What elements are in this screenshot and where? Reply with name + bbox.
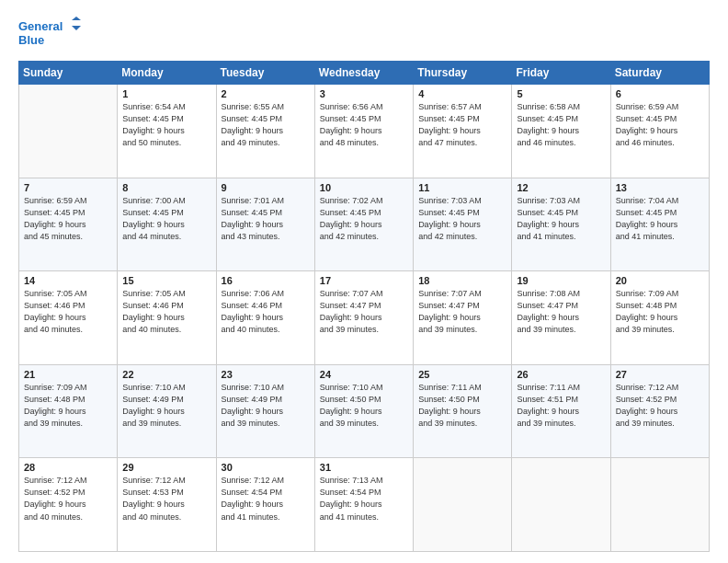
day-cell-4: 4Sunrise: 6:57 AM Sunset: 4:45 PM Daylig… [414,85,512,178]
day-cell-18: 18Sunrise: 7:07 AM Sunset: 4:47 PM Dayli… [414,271,512,365]
calendar-header-row: SundayMondayTuesdayWednesdayThursdayFrid… [19,62,710,85]
day-info: Sunrise: 7:09 AM Sunset: 4:48 PM Dayligh… [616,288,704,336]
day-cell-25: 25Sunrise: 7:11 AM Sunset: 4:50 PM Dayli… [414,364,512,458]
day-number: 24 [320,369,408,380]
day-info: Sunrise: 7:12 AM Sunset: 4:53 PM Dayligh… [122,475,210,523]
day-number: 13 [616,182,704,193]
day-cell-9: 9Sunrise: 7:01 AM Sunset: 4:45 PM Daylig… [216,178,314,271]
day-info: Sunrise: 7:13 AM Sunset: 4:54 PM Dayligh… [320,475,408,523]
day-info: Sunrise: 7:01 AM Sunset: 4:45 PM Dayligh… [222,195,310,243]
day-number: 11 [418,182,506,193]
day-info: Sunrise: 7:08 AM Sunset: 4:47 PM Dayligh… [517,288,605,336]
day-info: Sunrise: 6:56 AM Sunset: 4:45 PM Dayligh… [320,101,408,149]
day-info: Sunrise: 7:04 AM Sunset: 4:45 PM Dayligh… [616,195,704,243]
day-info: Sunrise: 7:10 AM Sunset: 4:49 PM Dayligh… [122,382,210,430]
day-number: 28 [24,462,112,473]
day-info: Sunrise: 7:07 AM Sunset: 4:47 PM Dayligh… [418,288,506,336]
day-cell-2: 2Sunrise: 6:55 AM Sunset: 4:45 PM Daylig… [216,85,314,178]
day-cell-24: 24Sunrise: 7:10 AM Sunset: 4:50 PM Dayli… [314,364,413,458]
day-cell-8: 8Sunrise: 7:00 AM Sunset: 4:45 PM Daylig… [118,178,216,271]
day-number: 30 [222,462,310,473]
day-number: 18 [418,275,506,286]
page: General Blue SundayMondayTuesdayWednesda… [0,0,728,563]
logo-svg: General Blue [18,17,83,52]
day-number: 2 [222,88,310,99]
day-number: 16 [222,275,310,286]
day-cell-10: 10Sunrise: 7:02 AM Sunset: 4:45 PM Dayli… [314,178,413,271]
day-cell-20: 20Sunrise: 7:09 AM Sunset: 4:48 PM Dayli… [610,271,709,365]
day-number: 25 [418,369,506,380]
empty-cell [414,458,512,552]
day-info: Sunrise: 6:55 AM Sunset: 4:45 PM Dayligh… [222,101,310,149]
day-info: Sunrise: 7:10 AM Sunset: 4:50 PM Dayligh… [320,382,408,430]
day-number: 21 [24,369,112,380]
day-info: Sunrise: 7:12 AM Sunset: 4:52 PM Dayligh… [24,475,112,523]
svg-text:Blue: Blue [18,33,44,47]
day-of-week-tuesday: Tuesday [216,62,314,85]
day-of-week-wednesday: Wednesday [314,62,413,85]
day-info: Sunrise: 7:05 AM Sunset: 4:46 PM Dayligh… [24,288,112,336]
day-cell-23: 23Sunrise: 7:10 AM Sunset: 4:49 PM Dayli… [216,364,314,458]
day-info: Sunrise: 7:12 AM Sunset: 4:52 PM Dayligh… [616,382,704,430]
day-cell-16: 16Sunrise: 7:06 AM Sunset: 4:46 PM Dayli… [216,271,314,365]
day-info: Sunrise: 7:12 AM Sunset: 4:54 PM Dayligh… [222,475,310,523]
day-info: Sunrise: 6:57 AM Sunset: 4:45 PM Dayligh… [418,101,506,149]
day-info: Sunrise: 7:10 AM Sunset: 4:49 PM Dayligh… [222,382,310,430]
day-info: Sunrise: 7:09 AM Sunset: 4:48 PM Dayligh… [24,382,112,430]
week-row-4: 21Sunrise: 7:09 AM Sunset: 4:48 PM Dayli… [19,364,710,458]
day-number: 12 [517,182,605,193]
day-info: Sunrise: 7:05 AM Sunset: 4:46 PM Dayligh… [122,288,210,336]
day-number: 23 [222,369,310,380]
day-info: Sunrise: 7:11 AM Sunset: 4:51 PM Dayligh… [517,382,605,430]
day-number: 22 [122,369,210,380]
day-info: Sunrise: 7:03 AM Sunset: 4:45 PM Dayligh… [418,195,506,243]
day-cell-7: 7Sunrise: 6:59 AM Sunset: 4:45 PM Daylig… [19,178,118,271]
day-number: 31 [320,462,408,473]
day-info: Sunrise: 7:06 AM Sunset: 4:46 PM Dayligh… [222,288,310,336]
day-cell-5: 5Sunrise: 6:58 AM Sunset: 4:45 PM Daylig… [512,85,610,178]
day-info: Sunrise: 7:11 AM Sunset: 4:50 PM Dayligh… [418,382,506,430]
week-row-1: 1Sunrise: 6:54 AM Sunset: 4:45 PM Daylig… [19,85,710,178]
day-number: 17 [320,275,408,286]
day-cell-31: 31Sunrise: 7:13 AM Sunset: 4:54 PM Dayli… [314,458,413,552]
day-number: 6 [616,88,704,99]
day-number: 15 [122,275,210,286]
day-number: 4 [418,88,506,99]
day-info: Sunrise: 7:00 AM Sunset: 4:45 PM Dayligh… [122,195,210,243]
day-info: Sunrise: 7:03 AM Sunset: 4:45 PM Dayligh… [517,195,605,243]
day-cell-19: 19Sunrise: 7:08 AM Sunset: 4:47 PM Dayli… [512,271,610,365]
day-info: Sunrise: 6:58 AM Sunset: 4:45 PM Dayligh… [517,101,605,149]
day-number: 27 [616,369,704,380]
week-row-5: 28Sunrise: 7:12 AM Sunset: 4:52 PM Dayli… [19,458,710,552]
day-info: Sunrise: 6:54 AM Sunset: 4:45 PM Dayligh… [122,101,210,149]
day-number: 3 [320,88,408,99]
day-number: 14 [24,275,112,286]
day-number: 26 [517,369,605,380]
logo: General Blue [18,17,83,52]
day-number: 5 [517,88,605,99]
empty-cell [610,458,709,552]
header: General Blue [18,17,710,52]
day-of-week-friday: Friday [512,62,610,85]
day-cell-22: 22Sunrise: 7:10 AM Sunset: 4:49 PM Dayli… [118,364,216,458]
day-of-week-sunday: Sunday [19,62,118,85]
day-info: Sunrise: 6:59 AM Sunset: 4:45 PM Dayligh… [616,101,704,149]
day-of-week-thursday: Thursday [414,62,512,85]
svg-text:General: General [18,19,63,33]
day-info: Sunrise: 7:07 AM Sunset: 4:47 PM Dayligh… [320,288,408,336]
day-of-week-saturday: Saturday [610,62,709,85]
day-number: 9 [222,182,310,193]
day-number: 1 [122,88,210,99]
day-info: Sunrise: 7:02 AM Sunset: 4:45 PM Dayligh… [320,195,408,243]
day-number: 20 [616,275,704,286]
day-of-week-monday: Monday [118,62,216,85]
day-cell-14: 14Sunrise: 7:05 AM Sunset: 4:46 PM Dayli… [19,271,118,365]
week-row-2: 7Sunrise: 6:59 AM Sunset: 4:45 PM Daylig… [19,178,710,271]
day-cell-26: 26Sunrise: 7:11 AM Sunset: 4:51 PM Dayli… [512,364,610,458]
calendar-table: SundayMondayTuesdayWednesdayThursdayFrid… [18,61,710,552]
day-cell-3: 3Sunrise: 6:56 AM Sunset: 4:45 PM Daylig… [314,85,413,178]
day-cell-21: 21Sunrise: 7:09 AM Sunset: 4:48 PM Dayli… [19,364,118,458]
week-row-3: 14Sunrise: 7:05 AM Sunset: 4:46 PM Dayli… [19,271,710,365]
day-info: Sunrise: 6:59 AM Sunset: 4:45 PM Dayligh… [24,195,112,243]
day-cell-15: 15Sunrise: 7:05 AM Sunset: 4:46 PM Dayli… [118,271,216,365]
